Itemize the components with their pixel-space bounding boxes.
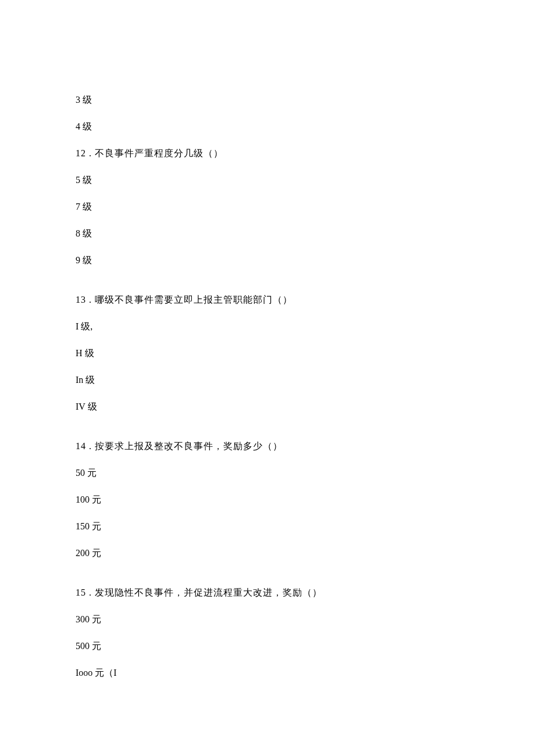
question-line: 12 . 不良事件严重程度分几级（） <box>76 146 459 160</box>
text-line: 3 级 <box>76 93 459 107</box>
text-line: 100 元 <box>76 493 459 507</box>
text-line: 150 元 <box>76 519 459 533</box>
text-line: 200 元 <box>76 546 459 560</box>
text-line: Iooo 元（I <box>76 666 459 680</box>
text-line: 9 级 <box>76 253 459 267</box>
question-line: 13 . 哪级不良事件需要立即上报主管职能部门（） <box>76 293 459 307</box>
text-line: 300 元 <box>76 612 459 626</box>
text-line: 4 级 <box>76 120 459 134</box>
question-line: 15 . 发现隐性不良事件，并促进流程重大改进，奖励（） <box>76 586 459 600</box>
document-page: 3 级 4 级 12 . 不良事件严重程度分几级（） 5 级 7 级 8 级 9… <box>76 93 459 680</box>
text-line: 50 元 <box>76 466 459 480</box>
text-line: I 级, <box>76 320 459 334</box>
text-line: 5 级 <box>76 173 459 187</box>
text-line: 7 级 <box>76 200 459 214</box>
text-line: 8 级 <box>76 227 459 241</box>
text-line: H 级 <box>76 346 459 360</box>
text-line: 500 元 <box>76 639 459 653</box>
text-line: IV 级 <box>76 400 459 414</box>
question-line: 14 . 按要求上报及整改不良事件，奖励多少（） <box>76 439 459 453</box>
text-line: In 级 <box>76 373 459 387</box>
